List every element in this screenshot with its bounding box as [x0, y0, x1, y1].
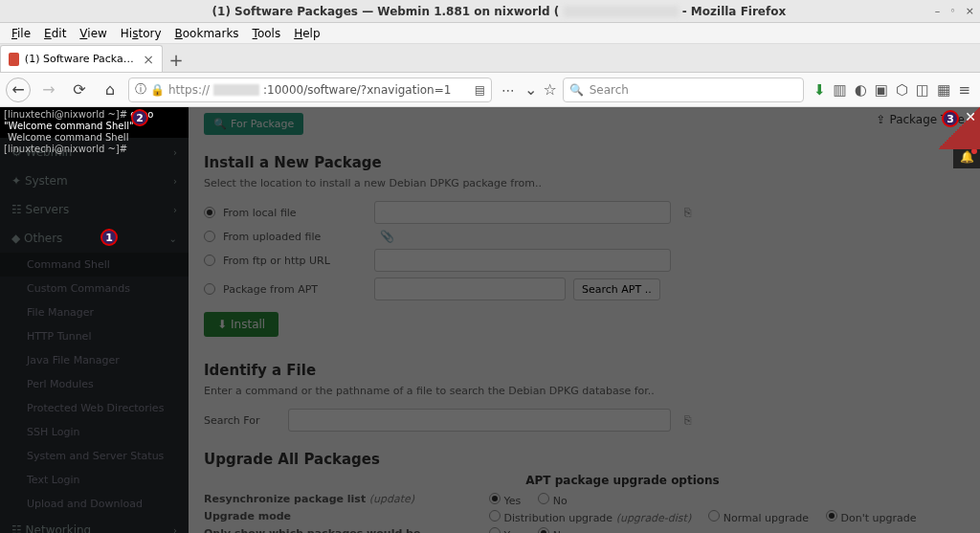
- tabstrip: (1) Software Packages — W × +: [0, 44, 980, 73]
- url-host-hidden: [213, 84, 259, 96]
- search-placeholder: Search: [590, 83, 629, 97]
- input-local-file[interactable]: [374, 201, 671, 224]
- radio-resync-yes[interactable]: [489, 493, 501, 504]
- install-package-sub: Select the location to install a new Deb…: [204, 177, 965, 189]
- window-title-hidden: [564, 6, 679, 17]
- install-package-title: Install a New Package: [204, 154, 965, 171]
- radio-resync-no[interactable]: [538, 493, 549, 504]
- home-button[interactable]: ⌂: [98, 78, 122, 102]
- menu-edit[interactable]: Edit: [38, 25, 72, 42]
- apt-options-title: APT package upgrade options: [280, 474, 965, 487]
- sidebar-item-system-server-status[interactable]: System and Server Status: [0, 444, 189, 468]
- sidebar-section-system[interactable]: ✦ System›: [0, 167, 189, 195]
- upgrade-title: Upgrade All Packages: [204, 451, 965, 468]
- label-resync: Resynchronize package list: [204, 493, 366, 505]
- toolbar-right: ⬇ ▥ ◐ ▣ ⬡ ◫ ▦ ≡: [810, 81, 974, 99]
- url-bar[interactable]: ⓘ 🔒 https:// :10000/software/?xnavigatio…: [128, 78, 492, 102]
- download-icon[interactable]: ⬇: [813, 81, 826, 99]
- ext2-icon[interactable]: ⬡: [896, 81, 908, 99]
- window-close-icon[interactable]: ×: [966, 5, 974, 17]
- label-from-apt: Package from APT: [223, 283, 367, 296]
- toolbar: ← → ⟳ ⌂ ⓘ 🔒 https:// :10000/software/?xn…: [0, 73, 980, 107]
- annotation-1: 1: [100, 229, 118, 246]
- close-icon: ✕: [965, 109, 976, 124]
- hamburger-icon[interactable]: ≡: [958, 81, 970, 99]
- search-for-browse-icon[interactable]: ⎘: [679, 413, 697, 427]
- tab-close-icon[interactable]: ×: [143, 52, 154, 67]
- ext4-icon[interactable]: ▦: [937, 81, 950, 99]
- menu-bookmarks[interactable]: Bookmarks: [169, 25, 245, 42]
- menu-history[interactable]: History: [115, 25, 167, 42]
- annotation-3: 3: [942, 110, 959, 127]
- input-search-for[interactable]: [288, 409, 671, 432]
- page-actions-icon[interactable]: ⋯: [498, 82, 519, 98]
- window-maximize-icon[interactable]: ◦: [949, 5, 956, 17]
- reload-button[interactable]: ⟳: [67, 78, 92, 102]
- tab-favicon-icon: [9, 53, 19, 66]
- input-apt[interactable]: [374, 278, 566, 300]
- sidebar-item-http-tunnel[interactable]: HTTP Tunnel: [0, 324, 189, 348]
- menu-file[interactable]: File: [6, 25, 36, 42]
- search-for-package-button[interactable]: 🔍 For Package: [204, 113, 303, 135]
- radio-dist-upgrade[interactable]: [489, 510, 501, 522]
- save-pocket-icon[interactable]: ⌄: [524, 80, 537, 99]
- back-button[interactable]: ←: [6, 78, 31, 102]
- sidebar: [linuxtechi@nixworld ~]# echo "Welcome c…: [0, 107, 189, 533]
- browse-local-icon[interactable]: ⎘: [679, 206, 697, 219]
- radio-normal-upgrade[interactable]: [708, 510, 720, 522]
- identify-file-sub: Enter a command or the pathname of a fil…: [204, 385, 965, 397]
- attach-icon[interactable]: 📎: [374, 230, 400, 243]
- url-proto: https://: [168, 83, 210, 97]
- library-icon[interactable]: ▥: [833, 81, 846, 99]
- new-tab-button[interactable]: +: [163, 47, 189, 72]
- sidebar-section-networking[interactable]: ☷ Networking›: [0, 516, 189, 533]
- label-only-show: Only show which packages would be upgrad…: [204, 527, 420, 533]
- sidebar-item-java-file-manager[interactable]: Java File Manager: [0, 348, 189, 372]
- search-icon: 🔍: [569, 83, 584, 97]
- annotation-2: 2: [131, 109, 148, 126]
- sidebar-item-file-manager[interactable]: File Manager: [0, 300, 189, 324]
- sidebar-toggle-icon[interactable]: ▣: [875, 81, 888, 99]
- radio-dont-upgrade[interactable]: [826, 510, 837, 522]
- sidebar-item-custom-commands[interactable]: Custom Commands: [0, 277, 189, 300]
- menu-help[interactable]: Help: [288, 25, 325, 42]
- radio-only-yes[interactable]: [489, 527, 501, 533]
- bookmark-star-icon[interactable]: ☆: [543, 80, 556, 99]
- window-minimize-icon[interactable]: –: [935, 5, 941, 17]
- ext3-icon[interactable]: ◫: [916, 81, 929, 99]
- sidebar-section-servers[interactable]: ☷ Servers›: [0, 195, 189, 224]
- search-apt-button[interactable]: Search APT ..: [573, 278, 660, 300]
- label-from-local: From local file: [223, 207, 367, 219]
- radio-from-apt[interactable]: [204, 283, 215, 295]
- sidebar-item-protected-web-dirs[interactable]: Protected Web Directories: [0, 396, 189, 420]
- ext1-icon[interactable]: ◐: [855, 81, 867, 99]
- term-prompt-1: [linuxtechi@nixworld ~]#: [4, 109, 127, 120]
- input-url[interactable]: [374, 249, 671, 272]
- lock-icon: 🔒: [150, 83, 165, 97]
- install-button[interactable]: ⬇ Install: [204, 312, 278, 337]
- radio-from-local[interactable]: [204, 207, 215, 218]
- sidebar-item-ssh-login[interactable]: SSH Login: [0, 420, 189, 444]
- radio-from-url[interactable]: [204, 255, 215, 266]
- sidebar-item-perl-modules[interactable]: Perl Modules: [0, 372, 189, 396]
- term-output: Welcome command Shell: [4, 132, 185, 144]
- sidebar-item-upload-download[interactable]: Upload and Download: [0, 492, 189, 516]
- radio-from-uploaded[interactable]: [204, 231, 215, 242]
- reader-mode-icon[interactable]: ▤: [475, 83, 485, 97]
- forward-button: →: [36, 78, 61, 102]
- identify-file-title: Identify a File: [204, 362, 965, 379]
- command-shell-terminal[interactable]: [linuxtechi@nixworld ~]# echo "Welcome c…: [0, 107, 189, 138]
- sidebar-section-others[interactable]: ◆ Others⌄: [0, 224, 189, 253]
- menu-view[interactable]: View: [74, 25, 112, 42]
- browser-tab[interactable]: (1) Software Packages — W ×: [0, 45, 163, 72]
- window-title-suffix: - Mozilla Firefox: [682, 5, 787, 18]
- identity-icon[interactable]: ⓘ: [135, 81, 146, 98]
- webmin-app: [linuxtechi@nixworld ~]# echo "Welcome c…: [0, 107, 980, 533]
- main-content: ✕ 🔔 🔍 For Package ⇪ Package Tree Install…: [189, 107, 980, 533]
- sidebar-item-text-login[interactable]: Text Login: [0, 468, 189, 492]
- search-box[interactable]: 🔍 Search: [563, 78, 804, 102]
- radio-only-no[interactable]: [538, 527, 549, 533]
- term-prompt-2: [linuxtechi@nixworld ~]#: [4, 144, 127, 154]
- menu-tools[interactable]: Tools: [247, 25, 287, 42]
- sidebar-item-command-shell[interactable]: Command Shell: [0, 253, 189, 277]
